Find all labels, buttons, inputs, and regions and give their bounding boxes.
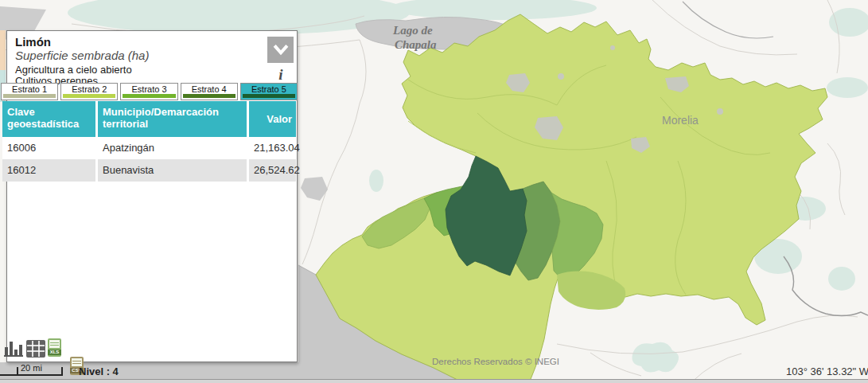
table-header-row: Clave geoestadística Municipio/Demarcaci… <box>2 101 296 137</box>
scale-line <box>0 374 63 376</box>
scale-tick <box>61 367 63 376</box>
cell-valor: 26,524.62 <box>249 159 296 182</box>
tab-estrato-3[interactable]: Estrato 3 <box>120 83 177 100</box>
cell-valor: 21,163.04 <box>249 137 296 159</box>
export-xls-button[interactable]: XLS <box>48 338 61 357</box>
scale-tick <box>17 367 18 376</box>
info-icon[interactable]: i <box>273 66 289 84</box>
table-row[interactable]: 16012 Buenavista 26,524.62 <box>2 159 296 182</box>
tab-estrato-1[interactable]: Estrato 1 <box>1 83 58 100</box>
cell-municipio: Apatzingán <box>98 137 247 159</box>
indicator-panel: Limón Superficie sembrada (ha) Agricultu… <box>6 30 298 362</box>
table-grid-icon <box>26 340 45 358</box>
bottom-strip <box>0 379 868 383</box>
tab-label: Estrato 1 <box>12 84 47 94</box>
bar-chart-view-button[interactable] <box>3 338 24 362</box>
estrato-5-color-bar <box>243 94 295 98</box>
estrato-tabs: Estrato 1 Estrato 2 Estrato 3 Estrato 4 … <box>1 83 298 100</box>
estrato-2-color-bar <box>63 94 115 98</box>
xls-label: XLS <box>48 350 61 355</box>
csv-line <box>72 361 81 362</box>
xls-line <box>50 342 59 343</box>
zoom-level-label: Nivel : 4 <box>79 365 119 377</box>
tab-estrato-2[interactable]: Estrato 2 <box>60 83 118 100</box>
column-header-municipio: Municipio/Demarcación territorial <box>98 101 247 137</box>
cursor-coordinates: 103° 36' 13.32" W, <box>786 365 868 377</box>
estrato-4-color-bar <box>183 94 235 98</box>
tab-estrato-4[interactable]: Estrato 4 <box>181 83 238 100</box>
collapsed-panel-edge-top[interactable] <box>0 30 6 70</box>
map-scale-bar: 20 mi <box>0 362 70 380</box>
tab-label: Estrato 2 <box>72 84 107 94</box>
lake-label-line1: Lago de <box>392 24 433 37</box>
map-attribution: Derechos Reservados © INEGI <box>432 357 559 366</box>
estrato-1-color-bar <box>3 94 56 98</box>
collapse-panel-button[interactable] <box>267 37 294 63</box>
panel-title: Limón <box>15 35 51 49</box>
chevron-down-icon <box>271 40 291 61</box>
xls-line <box>50 345 59 346</box>
table-view-button[interactable] <box>26 340 45 361</box>
column-header-valor: Valor <box>249 101 296 137</box>
csv-line <box>72 363 81 364</box>
lake-label-line2: Chapala <box>395 38 437 51</box>
tab-label: Estrato 5 <box>251 84 286 94</box>
panel-subtitle: Superficie sembrada (ha) <box>15 49 149 62</box>
tab-estrato-5[interactable]: Estrato 5 <box>240 83 298 100</box>
cell-municipio: Buenavista <box>98 159 247 182</box>
table-row[interactable]: 16006 Apatzingán 21,163.04 <box>2 137 296 159</box>
cell-clave: 16006 <box>2 137 95 159</box>
estrato-data-table: Clave geoestadística Municipio/Demarcaci… <box>2 101 296 182</box>
tab-label: Estrato 3 <box>131 84 166 94</box>
export-toolbar: XLS CSV <box>3 338 17 360</box>
map-application: Lago de Chapala Morelia Derechos Reserva… <box>0 0 868 383</box>
city-label-morelia: Morelia <box>662 114 699 127</box>
tab-label: Estrato 4 <box>192 84 227 94</box>
bar-chart-icon <box>3 338 24 358</box>
column-header-clave: Clave geoestadística <box>2 101 95 137</box>
scale-label: 20 mi <box>21 363 42 373</box>
cell-clave: 16012 <box>2 159 95 182</box>
panel-category-line1: Agricultura a cielo abierto <box>15 64 132 76</box>
estrato-3-color-bar <box>123 94 175 98</box>
xls-sheet <box>49 340 60 348</box>
